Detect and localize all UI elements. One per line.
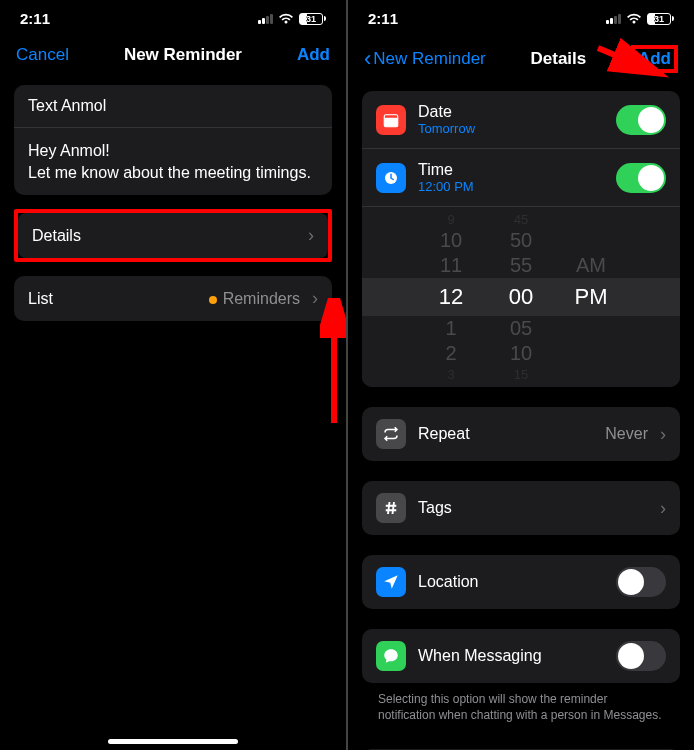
status-bar: 2:11 31 [348, 0, 694, 33]
navigation-bar: ‹ New Reminder Details Add [348, 33, 694, 85]
location-row[interactable]: Location [362, 555, 680, 609]
clock-icon [376, 163, 406, 193]
tags-row[interactable]: Tags › [362, 481, 680, 535]
battery-icon: 31 [299, 13, 326, 25]
chevron-left-icon: ‹ [364, 48, 371, 70]
add-button[interactable]: Add [297, 45, 330, 65]
highlight-details: Details › [14, 209, 332, 262]
notes-input[interactable]: Hey Anmol! Let me know about the meeting… [14, 128, 332, 195]
status-bar: 2:11 31 [0, 0, 346, 33]
chevron-right-icon: › [312, 288, 318, 309]
add-button[interactable]: Add [631, 45, 678, 73]
date-toggle[interactable] [616, 105, 666, 135]
list-row[interactable]: List Reminders › [14, 276, 332, 321]
time-toggle[interactable] [616, 163, 666, 193]
list-color-dot-icon [209, 296, 217, 304]
right-screenshot: 2:11 31 ‹ New Reminder Details Add Date [348, 0, 694, 750]
calendar-icon [376, 105, 406, 135]
messaging-row[interactable]: When Messaging [362, 629, 680, 683]
title-input[interactable]: Text Anmol [14, 85, 332, 128]
reminder-text-card: Text Anmol Hey Anmol! Let me know about … [14, 85, 332, 195]
chevron-right-icon: › [660, 424, 666, 445]
message-icon [376, 641, 406, 671]
page-title: Details [530, 49, 586, 69]
messaging-hint: Selecting this option will show the remi… [362, 683, 680, 735]
chevron-right-icon: › [660, 498, 666, 519]
repeat-icon [376, 419, 406, 449]
location-icon [376, 567, 406, 597]
time-row[interactable]: Time 12:00 PM [362, 149, 680, 207]
wifi-icon [278, 13, 294, 25]
navigation-bar: Cancel New Reminder Add [0, 33, 346, 77]
cellular-icon [258, 14, 273, 24]
time-picker[interactable]: 945 1050 1155AM 1200PM 105 210 315 [362, 207, 680, 387]
list-value: Reminders [209, 290, 300, 308]
clock: 2:11 [368, 10, 398, 27]
battery-icon: 31 [647, 13, 674, 25]
chevron-right-icon: › [308, 225, 314, 246]
wifi-icon [626, 13, 642, 25]
home-indicator [108, 739, 238, 744]
repeat-row[interactable]: Repeat Never › [362, 407, 680, 461]
details-row[interactable]: Details › [18, 213, 328, 258]
date-row[interactable]: Date Tomorrow [362, 91, 680, 149]
date-value: Tomorrow [418, 121, 604, 136]
page-title: New Reminder [124, 45, 242, 65]
time-value: 12:00 PM [418, 179, 604, 194]
location-toggle[interactable] [616, 567, 666, 597]
left-screenshot: 2:11 31 Cancel New Reminder Add Text Anm… [0, 0, 346, 750]
clock: 2:11 [20, 10, 50, 27]
hash-icon [376, 493, 406, 523]
messaging-toggle[interactable] [616, 641, 666, 671]
cancel-button[interactable]: Cancel [16, 45, 69, 65]
cellular-icon [606, 14, 621, 24]
back-button[interactable]: ‹ New Reminder [364, 48, 486, 70]
